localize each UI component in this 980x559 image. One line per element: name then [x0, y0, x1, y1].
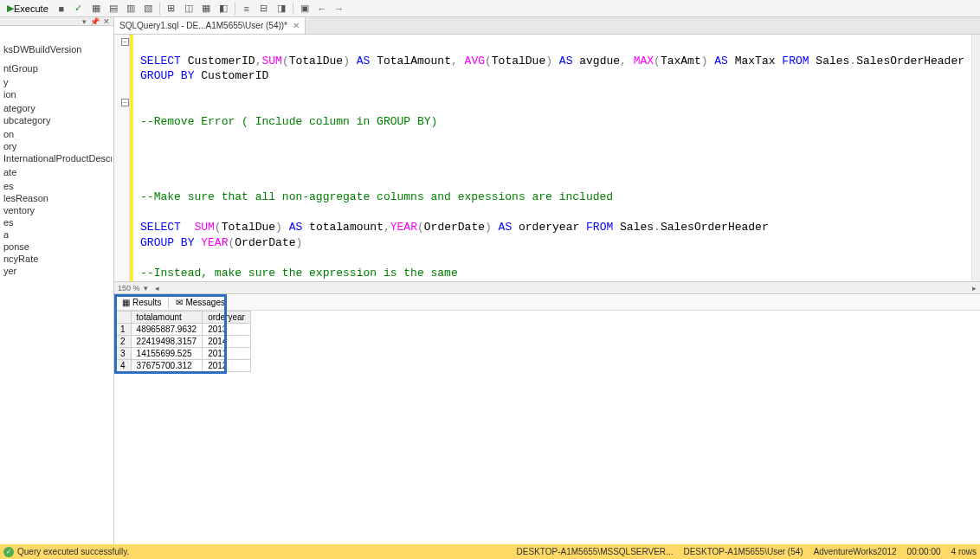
main-toolbar: ▶ Execute ■ ✓ ▦ ▤ ▥ ▧ ⊞ ◫ ▦ ◧ ≡ ⊟ ◨ ▣ ← …	[0, 0, 980, 17]
toolbar-icon-1[interactable]: ▦	[88, 2, 104, 16]
tree-item[interactable]: InternationalProductDescription	[2, 152, 112, 164]
tree-item[interactable]: ion	[2, 88, 112, 100]
comma: ,	[620, 55, 634, 67]
table-cell[interactable]: 2012	[203, 360, 251, 372]
status-user: DESKTOP-A1M5655\User (54)	[683, 547, 803, 556]
zoom-level[interactable]: 150 %	[118, 284, 140, 292]
check-icon[interactable]: ✓	[71, 2, 87, 16]
table-cell[interactable]: 14155699.525	[131, 348, 203, 360]
code-content[interactable]: SELECT CustomerID,SUM(TotalDue) AS Total…	[133, 35, 971, 281]
execute-button[interactable]: ▶ Execute	[3, 2, 52, 15]
tab-results[interactable]: ▦ Results	[114, 295, 169, 309]
table-cell[interactable]: 2014	[203, 336, 251, 348]
tree-item[interactable]: ate	[2, 166, 112, 178]
table-row[interactable]: 148965887.96322013	[115, 324, 251, 336]
kw-groupby: GROUP BY	[140, 236, 194, 249]
status-server: DESKTOP-A1M5655\MSSQLSERVER...	[517, 547, 674, 556]
table-cell[interactable]: 37675700.312	[131, 360, 203, 372]
paren: )	[485, 221, 492, 234]
toolbar-icon-7[interactable]: ▦	[198, 2, 214, 16]
scroll-left-icon[interactable]: ◂	[155, 284, 159, 292]
zoom-dropdown-icon[interactable]: ▾	[144, 284, 148, 292]
tree-item[interactable]: lesReason	[2, 192, 112, 204]
toolbar-icon-9[interactable]: ≡	[239, 2, 255, 16]
table-cell[interactable]: 1	[115, 324, 132, 336]
fold-icon[interactable]: −	[121, 38, 129, 46]
table-cell[interactable]: 2	[115, 336, 132, 348]
tree-item[interactable]: yer	[2, 265, 112, 277]
func-avg: AVG	[465, 55, 485, 67]
tree-item[interactable]: ubcategory	[2, 114, 112, 126]
table-cell[interactable]: 48965887.9632	[131, 324, 203, 336]
paren: )	[343, 55, 350, 67]
table-cell[interactable]: 4	[115, 360, 132, 372]
tree-item[interactable]: ategory	[2, 102, 112, 114]
column-header[interactable]: orderyear	[203, 312, 251, 324]
kw-from: FROM	[782, 55, 809, 67]
tree-view[interactable]: ksDWBuildVersionntGroupyionategoryubcate…	[0, 26, 113, 279]
scroll-right-icon[interactable]: ▸	[972, 284, 977, 292]
tab-close-icon[interactable]: ✕	[293, 21, 300, 30]
toolbar-icon-12[interactable]: ▣	[297, 2, 313, 16]
table-row[interactable]: 437675700.3122012	[115, 360, 251, 372]
table-cell[interactable]: 2013	[203, 324, 251, 336]
toolbar-icon-14[interactable]: →	[332, 2, 347, 16]
tree-item[interactable]: ncyRate	[2, 253, 112, 265]
stop-icon[interactable]: ■	[54, 2, 69, 16]
col: TaxAmt	[661, 55, 701, 67]
code-editor[interactable]: − − SELECT CustomerID,SUM(TotalDue) AS T…	[114, 35, 980, 281]
toolbar-icon-13[interactable]: ←	[314, 2, 330, 16]
toolbar-icon-10[interactable]: ⊟	[256, 2, 272, 16]
toolbar-icon-6[interactable]: ◫	[181, 2, 197, 16]
results-table[interactable]: totalamountorderyear148965887.9632201322…	[114, 311, 251, 372]
status-rows: 4 rows	[951, 547, 977, 556]
alias: totalamount	[302, 221, 384, 234]
column-header[interactable]	[115, 312, 132, 324]
comma: ,	[384, 221, 390, 234]
tab-messages[interactable]: ✉ Messages	[169, 296, 232, 309]
comma: ,	[451, 55, 465, 67]
sp	[181, 221, 195, 234]
table-cell[interactable]: 2011	[203, 348, 251, 360]
close-icon[interactable]: ✕	[103, 17, 110, 26]
paren: (	[215, 221, 222, 234]
column-header[interactable]: totalamount	[131, 312, 203, 324]
tree-item[interactable]: on	[2, 128, 112, 140]
main-area: ▾ 📌 ✕ ksDWBuildVersionntGroupyionategory…	[0, 17, 980, 544]
pin-icon-2[interactable]: 📌	[90, 17, 100, 26]
kw-select: SELECT	[140, 55, 181, 67]
tree-item[interactable]: es	[2, 216, 112, 228]
tree-item[interactable]: a	[2, 228, 112, 241]
fold-icon[interactable]: −	[121, 99, 129, 106]
kw-as: AS	[350, 55, 370, 67]
dot: .	[849, 55, 856, 67]
toolbar-icon-4[interactable]: ▧	[140, 2, 156, 16]
pin-icon[interactable]: ▾	[82, 17, 87, 26]
paren: (	[485, 55, 492, 67]
tree-item[interactable]: es	[2, 180, 112, 192]
sql-tab[interactable]: SQLQuery1.sql - DE...A1M5655\User (54))*…	[114, 17, 306, 34]
table-row[interactable]: 314155699.5252011	[115, 348, 251, 360]
editor-panel: SQLQuery1.sql - DE...A1M5655\User (54))*…	[114, 17, 980, 544]
toolbar-icon-11[interactable]: ◨	[274, 2, 289, 16]
table-cell[interactable]: 22419498.3157	[131, 336, 203, 348]
zoom-bar: 150 % ▾ ◂ ▸	[114, 281, 980, 293]
tab-bar: SQLQuery1.sql - DE...A1M5655\User (54))*…	[114, 17, 980, 35]
toolbar-icon-2[interactable]: ▤	[106, 2, 121, 16]
toolbar-icon-8[interactable]: ◧	[216, 2, 231, 16]
toolbar-icon-3[interactable]: ▥	[123, 2, 139, 16]
tree-item[interactable]: ponse	[2, 241, 112, 253]
tree-item[interactable]: ventory	[2, 204, 112, 216]
vertical-scrollbar[interactable]	[971, 35, 980, 281]
schema: Sales	[613, 221, 654, 234]
tree-item[interactable]: ory	[2, 140, 112, 152]
results-tabs: ▦ Results ✉ Messages	[114, 294, 980, 311]
toolbar-icon-5[interactable]: ⊞	[164, 2, 179, 16]
tree-item[interactable]: y	[2, 76, 112, 88]
col: OrderDate	[424, 221, 485, 234]
tree-item[interactable]: ksDWBuildVersion	[2, 43, 112, 55]
results-grid[interactable]: totalamountorderyear148965887.9632201322…	[114, 311, 980, 372]
table-row[interactable]: 222419498.31572014	[115, 336, 251, 348]
tree-item[interactable]: ntGroup	[2, 62, 112, 74]
table-cell[interactable]: 3	[115, 348, 132, 360]
